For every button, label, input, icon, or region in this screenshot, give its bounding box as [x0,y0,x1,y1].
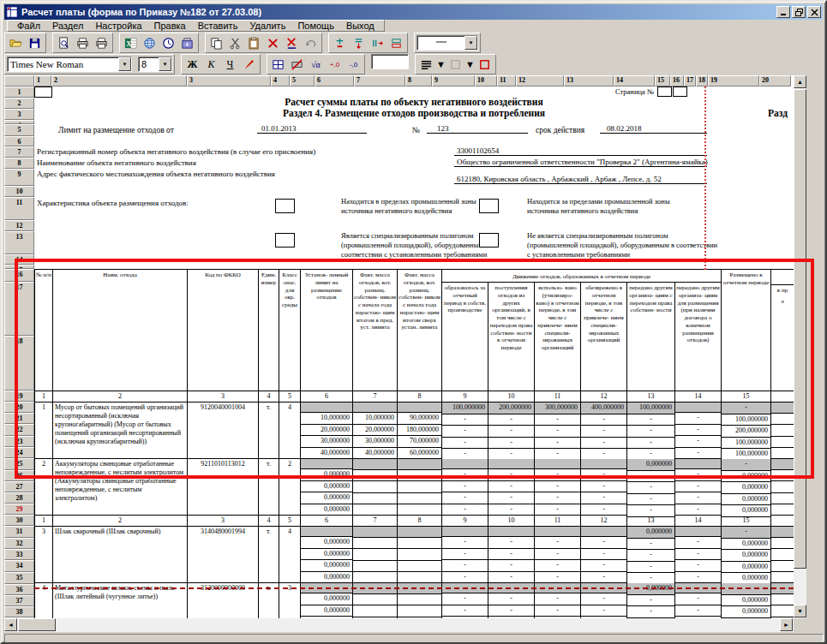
cell-c12[interactable]: - [581,537,627,549]
menu-item-2[interactable]: Раздел [46,21,89,31]
row-header-24[interactable]: 24 [4,447,34,458]
cell-c12[interactable] [581,583,627,593]
cell-c15[interactable]: - [722,402,771,414]
row-header-31[interactable]: 31 [4,526,34,538]
cell-c9[interactable]: - [442,605,488,617]
cell-c12[interactable]: - [581,414,627,426]
menu-item-3[interactable]: Настройка [89,21,147,31]
cell-c7[interactable] [353,538,398,549]
cell-c10[interactable]: - [488,549,535,561]
cell-c15[interactable]: - [722,527,771,539]
row-header-34[interactable]: 34 [4,560,34,572]
cell-c8[interactable]: 70,000000 [398,436,442,448]
row-header-8[interactable]: 8 [4,158,34,169]
chevron-down-icon[interactable]: ▼ [436,59,446,69]
cell-c10[interactable]: - [488,504,535,516]
cell-c7[interactable]: 10,000000 [353,413,398,425]
cell-c6[interactable]: 0,000000 [301,605,353,617]
cell-c7[interactable]: 30,000000 [353,436,398,448]
cell-c14[interactable]: - [675,469,722,481]
cell-c8[interactable] [398,470,442,481]
horizontal-scroll-thumb[interactable] [18,618,56,631]
cell-c7[interactable] [353,493,398,504]
copy-button[interactable] [207,34,225,51]
cell-c8[interactable]: 90,000000 [398,413,442,425]
cell-c12[interactable]: - [581,593,627,605]
cell-c8[interactable] [398,481,442,492]
cell-c16[interactable] [771,583,794,594]
insert-row-below-button[interactable] [350,34,368,51]
limit-number-value[interactable]: 123 [427,124,528,134]
menu-item-8[interactable]: Выход [340,21,381,31]
cell-c12[interactable]: - [581,481,627,493]
item-name[interactable]: Металлургические шлаки, съемы и пыль (Шл… [53,583,188,618]
cell-c11[interactable] [535,459,581,469]
page-number-box2[interactable] [673,86,687,97]
cell-c8[interactable] [398,572,442,583]
cell-c8[interactable]: 180,000000 [398,425,442,437]
cell-c9[interactable]: - [442,426,488,438]
cell-c13[interactable]: - [627,438,675,450]
cell-c6[interactable]: 30,000000 [301,436,353,448]
chevron-down-icon[interactable]: ▼ [118,57,131,71]
cell-c13[interactable]: - [627,471,675,483]
cell-c13[interactable]: 100,000000 [627,402,675,414]
cell-c16[interactable] [771,594,794,605]
cell-c11[interactable]: 300,000000 [535,402,581,414]
decrease-decimal-button[interactable]: -,0 [345,56,363,73]
cell-c8[interactable] [398,493,442,504]
cell-c15[interactable]: 0,000000 [722,550,771,562]
column-header-13[interactable]: 13 [564,75,614,86]
item-class[interactable]: 4 [279,402,301,459]
cell-c16[interactable] [771,572,794,583]
cell-c9[interactable]: 100,000000 [442,402,488,414]
menu-item-1[interactable]: Файл [11,21,46,31]
cell-c13[interactable]: - [627,482,675,494]
cell-c14[interactable]: - [675,504,722,516]
cell-c6[interactable]: 0,000000 [301,492,353,504]
cell-c9[interactable] [442,583,488,593]
row-header-37[interactable]: 37 [4,595,34,606]
column-header-5[interactable]: 5 [290,75,315,86]
cell-c11[interactable]: - [535,593,581,605]
restore-button[interactable] [792,6,806,18]
column-header-17[interactable]: 17 [684,75,696,86]
scroll-up-icon[interactable]: ▲ [794,75,806,88]
cell-c11[interactable]: - [535,414,581,426]
row-header-18[interactable]: 18 [4,336,34,391]
cell-c14[interactable]: - [675,593,722,605]
vertical-scrollbar[interactable]: ▲ ▼ [794,75,806,618]
cell-c6[interactable]: 0,000000 [301,572,353,584]
column-header-8[interactable]: 8 [405,75,432,86]
scroll-right-icon[interactable]: ► [780,618,793,631]
column-header-12[interactable]: 12 [516,75,564,86]
menu-item-4[interactable]: Правка [148,21,192,31]
column-header-18[interactable]: 18 [696,75,708,86]
column-header-19[interactable]: 19 [708,75,759,86]
cell-c6[interactable] [301,402,353,413]
cell-c12[interactable] [581,527,627,537]
cell-c9[interactable]: - [442,414,488,426]
cell-c9[interactable]: - [442,537,488,549]
cell-c14[interactable]: - [675,481,722,493]
cell-c6[interactable]: 0,000000 [301,469,353,481]
checkbox-out-zone[interactable] [479,199,499,213]
item-unit[interactable]: т. [259,527,279,583]
cell-c15[interactable]: 100,000000 [722,414,771,426]
cell-c7[interactable] [353,561,398,572]
format-brush-button[interactable] [240,56,258,73]
column-header-3[interactable]: 3 [187,75,271,86]
column-header-4[interactable]: 4 [271,75,290,86]
row-header-35[interactable]: 35 [4,572,34,584]
row-header-13[interactable]: 13 [4,231,34,254]
cut-button[interactable] [226,34,244,51]
bold-button[interactable]: Ж [183,56,201,73]
cell-c15[interactable]: 0,000000 [722,539,771,551]
row-header-12[interactable]: 12 [4,220,34,231]
save-button[interactable] [26,34,44,51]
cell-c11[interactable] [535,583,581,593]
font-family-combo[interactable]: Times New Roman ▼ [7,57,132,72]
insert-row-above-button[interactable] [331,34,349,51]
cell-c12[interactable]: - [581,438,627,450]
cell-c12[interactable]: - [581,504,627,516]
